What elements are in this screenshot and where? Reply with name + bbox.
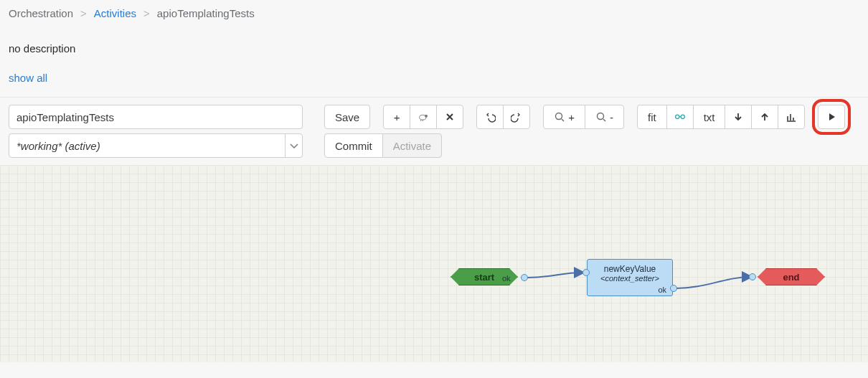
node-label: end (783, 272, 799, 283)
svg-point-1 (425, 115, 428, 118)
show-all-link[interactable]: show all (9, 72, 47, 84)
delete-button[interactable] (436, 105, 463, 129)
workflow-links (0, 165, 868, 362)
toolbar: *working* (active) Save + (0, 98, 868, 165)
commit-button[interactable]: Commit (324, 133, 383, 158)
zoom-group: + - (543, 105, 624, 129)
zoom-in-button[interactable]: + (543, 105, 585, 129)
arrow-down-icon (732, 111, 744, 123)
workflow-canvas[interactable]: start ok newKeyValue <context_setter> ok… (0, 165, 868, 362)
breadcrumb-root: Orchestration (9, 7, 73, 19)
magnifier-icon (595, 111, 607, 123)
breadcrumb: Orchestration > Activities > apioTemplat… (9, 7, 859, 19)
end-node-in-port[interactable] (749, 273, 756, 280)
x-icon (444, 111, 456, 123)
add-node-button[interactable]: + (383, 105, 410, 129)
plus-icon: + (394, 111, 400, 123)
edit-group: + (383, 105, 463, 129)
activity-description: no description (9, 42, 859, 55)
fit-button[interactable]: fit (637, 105, 667, 129)
history-group (476, 105, 530, 129)
port-label: ok (502, 274, 511, 283)
svg-point-5 (681, 115, 684, 118)
chevron-down-icon (285, 134, 302, 157)
run-button[interactable] (818, 105, 845, 129)
undo-button[interactable] (476, 105, 504, 129)
svg-point-3 (597, 113, 603, 120)
version-select[interactable]: *working* (active) (9, 133, 303, 158)
breadcrumb-sep: > (143, 7, 150, 19)
undo-icon (484, 111, 496, 123)
node-subtitle: <context_setter> (590, 274, 669, 283)
node-label: start (474, 272, 494, 283)
context-setter-node[interactable]: newKeyValue <context_setter> ok (587, 259, 673, 296)
arrow-up-icon (759, 111, 770, 123)
stats-button[interactable] (778, 105, 805, 129)
breadcrumb-activities-link[interactable]: Activities (94, 7, 136, 19)
glasses-icon (674, 110, 687, 125)
zoom-out-button[interactable]: - (585, 105, 624, 129)
download-button[interactable] (725, 105, 752, 129)
breadcrumb-sep: > (80, 7, 87, 19)
txt-button[interactable]: txt (693, 105, 726, 129)
end-node[interactable]: end (758, 268, 825, 285)
port-label: ok (658, 285, 666, 294)
upload-button[interactable] (751, 105, 778, 129)
clone-button[interactable] (410, 105, 437, 129)
breadcrumb-current: apioTemplatingTests (157, 7, 255, 19)
preview-button[interactable] (666, 105, 694, 129)
play-icon (826, 111, 837, 123)
view-group: fit txt (637, 105, 806, 129)
node-title: newKeyValue (590, 264, 669, 274)
magnifier-icon (554, 111, 565, 123)
redo-button[interactable] (503, 105, 530, 129)
redo-icon (511, 111, 522, 123)
bar-chart-icon (786, 111, 797, 123)
context-setter-out-port[interactable] (670, 285, 677, 292)
save-button[interactable]: Save (324, 105, 370, 129)
version-select-label: *working* (active) (16, 140, 100, 152)
activate-button: Activate (382, 133, 442, 158)
svg-point-2 (556, 113, 562, 120)
sheep-icon (418, 111, 429, 123)
svg-point-4 (675, 115, 679, 118)
start-node-out-port[interactable] (521, 274, 528, 281)
context-setter-in-port[interactable] (582, 269, 590, 276)
activity-name-input[interactable] (9, 105, 303, 129)
